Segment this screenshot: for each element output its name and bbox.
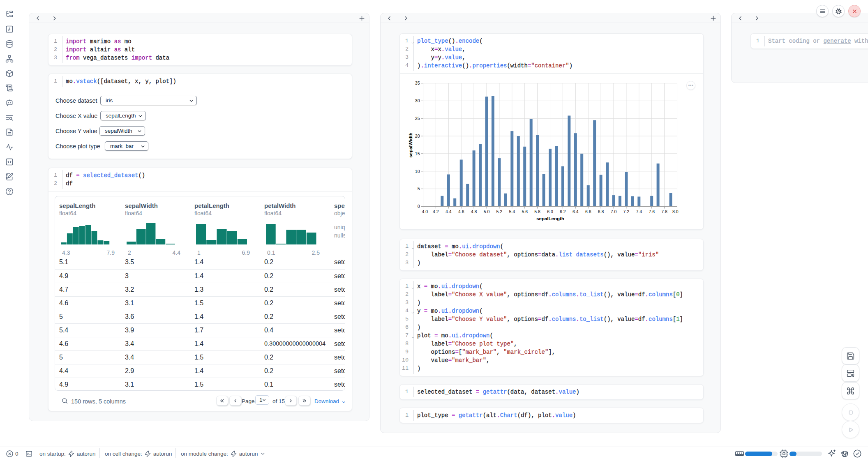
svg-text:35: 35 — [415, 81, 420, 85]
svg-text:sepalWidth: sepalWidth — [408, 132, 413, 157]
svg-text:4.2: 4.2 — [433, 209, 439, 214]
svg-text:5.8: 5.8 — [534, 209, 540, 214]
svg-text:5.6: 5.6 — [522, 209, 528, 214]
svg-text:7.6: 7.6 — [649, 209, 655, 214]
svg-text:4.0: 4.0 — [422, 209, 428, 214]
svg-text:10: 10 — [415, 169, 420, 174]
svg-text:7.2: 7.2 — [623, 209, 630, 214]
svg-text:30: 30 — [415, 98, 420, 103]
svg-text:7.8: 7.8 — [661, 209, 667, 214]
svg-text:5: 5 — [418, 186, 420, 191]
svg-text:8.0: 8.0 — [672, 209, 679, 214]
svg-text:5.4: 5.4 — [509, 209, 515, 214]
svg-text:0: 0 — [418, 204, 420, 209]
svg-text:7.0: 7.0 — [611, 209, 617, 214]
svg-text:6.2: 6.2 — [560, 209, 566, 214]
svg-text:4.8: 4.8 — [471, 209, 477, 214]
svg-text:6.0: 6.0 — [547, 209, 553, 214]
svg-text:6.8: 6.8 — [598, 209, 604, 214]
svg-text:5.2: 5.2 — [496, 209, 503, 214]
svg-text:25: 25 — [415, 116, 420, 121]
svg-text:5.0: 5.0 — [484, 209, 490, 214]
svg-text:sepalLength: sepalLength — [536, 216, 564, 221]
svg-text:6.4: 6.4 — [573, 209, 579, 214]
svg-text:6.6: 6.6 — [585, 209, 591, 214]
svg-text:4.4: 4.4 — [446, 209, 452, 214]
svg-text:4.6: 4.6 — [458, 209, 464, 214]
svg-text:7.4: 7.4 — [636, 209, 642, 214]
svg-text:20: 20 — [415, 134, 420, 138]
svg-text:15: 15 — [415, 151, 420, 156]
